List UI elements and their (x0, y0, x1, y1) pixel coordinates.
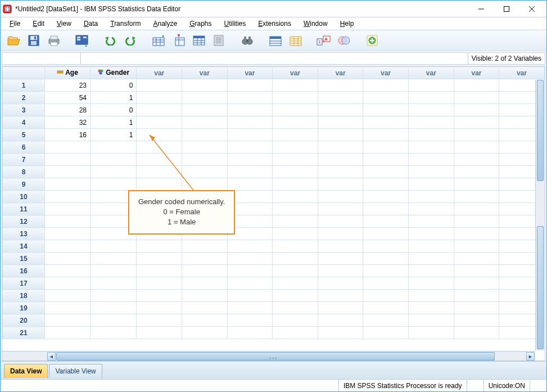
cell[interactable] (227, 240, 273, 253)
cell[interactable] (409, 191, 454, 203)
cell[interactable] (273, 203, 318, 215)
cell[interactable] (45, 141, 91, 154)
row-header[interactable]: 20 (3, 314, 45, 327)
cell[interactable]: 23 (45, 79, 91, 92)
menu-file[interactable]: File (4, 19, 26, 29)
cell[interactable] (91, 314, 137, 327)
column-header-empty[interactable]: var (454, 67, 499, 79)
column-header-empty[interactable]: var (409, 67, 454, 79)
minimize-button[interactable] (468, 1, 494, 17)
cell[interactable] (454, 154, 499, 166)
column-header-empty[interactable]: var (273, 67, 318, 79)
cell[interactable] (409, 265, 454, 277)
cell[interactable] (454, 166, 499, 178)
cell[interactable] (45, 166, 91, 178)
cell[interactable] (273, 215, 318, 228)
tab-variable-view[interactable]: Variable View (49, 364, 102, 378)
cell[interactable] (182, 129, 228, 141)
cell[interactable] (454, 191, 499, 203)
cell[interactable] (454, 327, 499, 339)
cell[interactable] (363, 265, 409, 277)
cell[interactable] (363, 104, 409, 116)
cell[interactable] (409, 79, 454, 92)
menu-analyze[interactable]: Analyze (147, 19, 183, 29)
cell[interactable] (137, 92, 182, 104)
cell[interactable] (273, 265, 318, 277)
cell[interactable] (45, 203, 91, 215)
cell[interactable] (273, 92, 318, 104)
cell[interactable] (363, 116, 409, 129)
cell[interactable] (137, 116, 182, 129)
cell[interactable] (182, 277, 228, 290)
column-header-empty[interactable]: var (363, 67, 409, 79)
cell[interactable] (91, 166, 137, 178)
cell[interactable] (363, 178, 409, 191)
cell[interactable] (318, 290, 363, 302)
cell[interactable] (45, 178, 91, 191)
cell[interactable] (45, 215, 91, 228)
cell[interactable] (454, 240, 499, 253)
cell[interactable] (182, 253, 228, 265)
cell[interactable]: 0 (91, 79, 137, 92)
cell[interactable] (273, 191, 318, 203)
row-header[interactable]: 7 (3, 154, 45, 166)
cell[interactable] (409, 154, 454, 166)
cell[interactable] (363, 327, 409, 339)
use-sets-button[interactable] (336, 32, 352, 49)
row-header[interactable]: 10 (3, 191, 45, 203)
cell[interactable]: 1 (91, 129, 137, 141)
cell[interactable]: 28 (45, 104, 91, 116)
cell[interactable] (454, 253, 499, 265)
splitter-gripper[interactable]: ▪▪▪ (269, 355, 278, 361)
cell[interactable] (318, 79, 363, 92)
cell[interactable] (227, 302, 273, 314)
cell[interactable] (273, 154, 318, 166)
cell[interactable] (227, 178, 273, 191)
cell[interactable] (45, 253, 91, 265)
cell[interactable] (454, 203, 499, 215)
cell[interactable] (363, 203, 409, 215)
cell[interactable] (318, 154, 363, 166)
cell[interactable] (91, 154, 137, 166)
cell[interactable] (273, 79, 318, 92)
cell[interactable] (273, 277, 318, 290)
cell[interactable] (318, 228, 363, 240)
cell[interactable] (137, 104, 182, 116)
cell[interactable] (363, 191, 409, 203)
cell[interactable] (137, 290, 182, 302)
close-button[interactable] (519, 1, 544, 17)
hscroll-left-button[interactable]: ◄ (47, 352, 56, 361)
cell[interactable] (137, 166, 182, 178)
cell[interactable] (45, 302, 91, 314)
cell[interactable] (227, 129, 273, 141)
column-header-empty[interactable]: var (499, 67, 545, 79)
insert-variable-button[interactable] (287, 32, 304, 49)
menu-transform[interactable]: Transform (105, 19, 146, 29)
row-header[interactable]: 21 (3, 327, 45, 339)
cell[interactable]: 16 (45, 129, 91, 141)
cell[interactable] (91, 178, 137, 191)
cell[interactable] (273, 141, 318, 154)
cell[interactable] (45, 277, 91, 290)
hscroll-right-button[interactable]: ► (526, 352, 535, 361)
cell[interactable] (227, 79, 273, 92)
cell[interactable] (45, 228, 91, 240)
cell[interactable]: 1 (91, 92, 137, 104)
cell[interactable] (182, 265, 228, 277)
vertical-scrollbar[interactable] (535, 80, 545, 350)
cell[interactable] (454, 129, 499, 141)
cell[interactable] (137, 129, 182, 141)
cell[interactable] (318, 92, 363, 104)
cell[interactable] (273, 104, 318, 116)
cell[interactable] (91, 277, 137, 290)
cell[interactable] (409, 104, 454, 116)
row-header[interactable]: 19 (3, 302, 45, 314)
cell[interactable] (409, 327, 454, 339)
cell[interactable] (91, 240, 137, 253)
cell[interactable] (227, 265, 273, 277)
column-header-gender[interactable]: Gender (91, 67, 137, 79)
row-header[interactable]: 6 (3, 141, 45, 154)
cell[interactable]: 54 (45, 92, 91, 104)
cell[interactable] (182, 79, 228, 92)
row-header[interactable]: 13 (3, 228, 45, 240)
